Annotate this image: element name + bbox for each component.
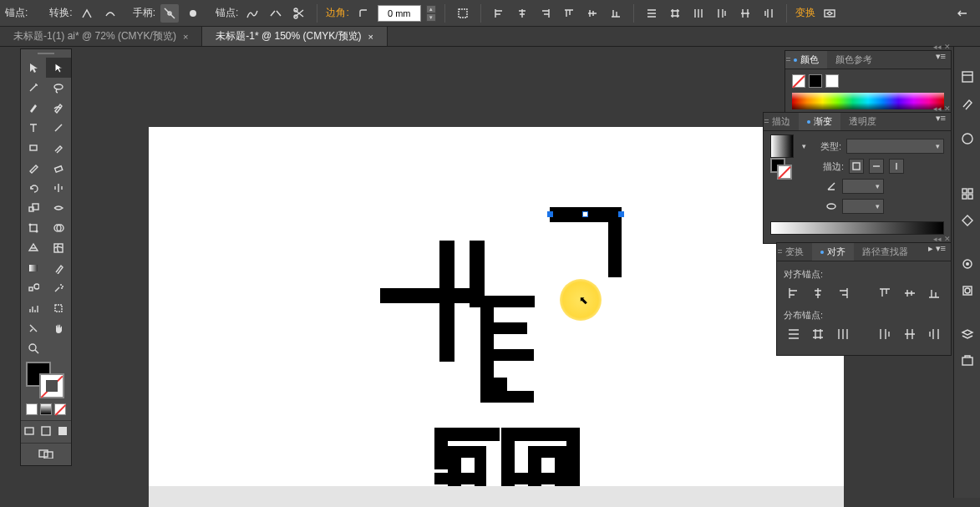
line-tool[interactable] <box>46 118 71 138</box>
anchor-dist-left[interactable] <box>876 325 895 343</box>
close-icon[interactable]: × <box>368 32 373 42</box>
anchor-handle[interactable] <box>582 211 588 217</box>
anchor-dist-right[interactable] <box>925 325 944 343</box>
reflect-tool[interactable] <box>46 178 71 198</box>
stroke-across-button[interactable] <box>889 159 904 174</box>
anchor-dist-vcenter[interactable] <box>808 325 827 343</box>
zoom-tool[interactable] <box>21 338 46 358</box>
type-tool[interactable] <box>21 118 46 138</box>
rectangle-tool[interactable] <box>21 138 46 158</box>
black-swatch[interactable] <box>809 74 822 88</box>
blend-tool[interactable] <box>21 278 46 298</box>
dock-graphic-styles-icon[interactable] <box>954 279 980 302</box>
corner-widget-button[interactable] <box>354 4 373 23</box>
dist-right-button[interactable] <box>759 4 778 23</box>
gradient-fill-stroke-swatch[interactable] <box>770 158 792 180</box>
dock-swatches-icon[interactable] <box>954 182 980 205</box>
corner-spinner[interactable]: ▴▾ <box>426 5 436 22</box>
hand-tool[interactable] <box>46 318 71 338</box>
anchor-handle[interactable] <box>618 211 624 217</box>
pen-tool[interactable] <box>21 98 46 118</box>
anchor-align-bottom[interactable] <box>925 284 944 302</box>
dock-symbols-icon[interactable] <box>954 209 980 232</box>
white-swatch[interactable] <box>825 74 839 88</box>
width-tool[interactable] <box>46 198 71 218</box>
pencil-tool[interactable] <box>21 158 46 178</box>
dock-brushes-icon[interactable] <box>954 92 980 115</box>
panel-collapse-icon[interactable]: ◂◂ ✕ <box>933 43 951 51</box>
free-transform-tool[interactable] <box>21 218 46 238</box>
change-screen-button[interactable] <box>34 447 58 460</box>
color-mode-button[interactable] <box>26 403 38 415</box>
tab-doc-1[interactable]: 未标题-1(1) ai* @ 72% (CMYK/预览) × <box>0 27 202 46</box>
handle-show-button[interactable] <box>160 4 179 23</box>
anchor-dist-bottom[interactable] <box>833 325 852 343</box>
gradient-tool[interactable] <box>21 258 46 278</box>
fill-stroke-swatches[interactable] <box>21 358 71 400</box>
anchor-dist-hcenter[interactable] <box>900 325 919 343</box>
close-icon[interactable]: × <box>183 32 188 42</box>
lasso-tool[interactable] <box>46 78 71 98</box>
shape-builder-tool[interactable] <box>46 218 71 238</box>
stroke-within-button[interactable] <box>849 159 864 174</box>
tab-align[interactable]: 对齐 <box>812 243 854 261</box>
dist-left-button[interactable] <box>713 4 731 23</box>
none-mode-button[interactable] <box>54 403 66 415</box>
screen-mode-normal[interactable] <box>24 424 34 438</box>
panel-collapse-icon[interactable]: ◂◂ ✕ <box>933 104 951 113</box>
none-swatch[interactable] <box>792 74 805 88</box>
gradient-type-select[interactable] <box>846 139 944 154</box>
mesh-tool[interactable] <box>46 238 71 258</box>
tab-gradient[interactable]: 渐变 <box>799 113 840 130</box>
corner-radius-input[interactable]: 0 mm <box>378 5 421 22</box>
artboard-tool[interactable] <box>46 298 71 318</box>
rotate-tool[interactable] <box>21 178 46 198</box>
remove-anchor-button[interactable] <box>243 4 262 23</box>
align-bottom-button[interactable] <box>607 4 625 23</box>
panel-menu-icon[interactable]: ▾≡ <box>931 51 951 68</box>
anchor-dist-top[interactable] <box>784 325 803 343</box>
slice-tool[interactable] <box>21 318 46 338</box>
panel-menu-icon[interactable]: ▾≡ <box>931 113 951 130</box>
tab-pathfinder[interactable]: 路径查找器 <box>854 243 917 261</box>
anchor-align-hcenter[interactable] <box>808 284 827 302</box>
selection-tool[interactable] <box>21 58 46 78</box>
panel-menu-icon[interactable]: ▸ ▾≡ <box>923 243 951 261</box>
tab-doc-2[interactable]: 未标题-1* @ 150% (CMYK/预览) × <box>202 27 388 46</box>
convert-smooth-button[interactable] <box>101 4 119 23</box>
cut-anchor-button[interactable] <box>290 4 308 23</box>
dock-layers-icon[interactable] <box>954 322 980 346</box>
dock-libraries-icon[interactable] <box>954 65 980 89</box>
align-right-button[interactable] <box>536 4 555 23</box>
curvature-tool[interactable] <box>46 98 71 118</box>
dist-vcenter-button[interactable] <box>666 4 684 23</box>
stroke-swatch[interactable] <box>39 373 64 398</box>
dist-bottom-button[interactable] <box>689 4 708 23</box>
stroke-along-button[interactable] <box>869 159 884 174</box>
bounds-toggle-button[interactable] <box>454 4 472 23</box>
artboard[interactable] <box>149 127 844 507</box>
dist-top-button[interactable] <box>642 4 661 23</box>
tab-transparency[interactable]: 透明度 <box>840 113 885 130</box>
perspective-tool[interactable] <box>21 238 46 258</box>
anchor-align-top[interactable] <box>876 284 895 302</box>
convert-corner-button[interactable] <box>78 4 96 23</box>
eraser-tool[interactable] <box>46 158 71 178</box>
tab-color-guide[interactable]: 颜色参考 <box>827 51 881 68</box>
screen-mode-present[interactable] <box>58 424 68 438</box>
gradient-mode-button[interactable] <box>40 403 52 415</box>
dock-assets-icon[interactable] <box>954 349 980 373</box>
angle-select[interactable] <box>842 179 884 194</box>
connect-anchor-button[interactable] <box>267 4 285 23</box>
align-vcenter-button[interactable] <box>583 4 602 23</box>
eyedropper-tool[interactable] <box>46 258 71 278</box>
magic-wand-tool[interactable] <box>21 78 46 98</box>
spectrum-picker[interactable] <box>792 93 944 109</box>
symbol-sprayer-tool[interactable] <box>46 278 71 298</box>
dock-appearance-icon[interactable] <box>954 252 980 276</box>
dist-hcenter-button[interactable] <box>736 4 754 23</box>
column-graph-tool[interactable] <box>21 298 46 318</box>
anchor-align-vcenter[interactable] <box>900 284 919 302</box>
handle-hide-button[interactable] <box>184 4 202 23</box>
dock-cloud-icon[interactable] <box>954 127 980 150</box>
